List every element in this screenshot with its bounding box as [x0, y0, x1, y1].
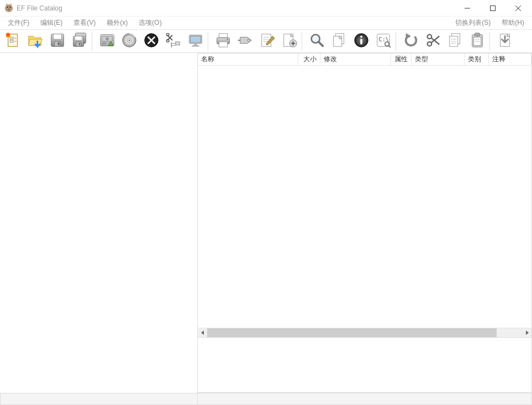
- svg-point-1: [7, 6, 8, 7]
- column-name[interactable]: 名称: [198, 54, 298, 65]
- scroll-thumb[interactable]: [207, 328, 497, 337]
- drive-icon: [99, 32, 115, 50]
- svg-point-48: [247, 39, 250, 41]
- menu-help[interactable]: 帮助(H): [496, 17, 530, 29]
- status-right: [198, 393, 532, 405]
- horizontal-scrollbar[interactable]: [198, 328, 531, 337]
- new-catalog-button[interactable]: [2, 31, 24, 51]
- scissors-button[interactable]: [422, 31, 444, 51]
- svg-rect-43: [192, 45, 199, 46]
- svg-point-3: [8, 9, 10, 10]
- edit-icon: [259, 32, 276, 50]
- svg-rect-39: [176, 42, 180, 45]
- export-button[interactable]: [494, 31, 516, 51]
- minimize-button[interactable]: [455, 0, 480, 17]
- svg-rect-17: [54, 41, 60, 46]
- disc-button[interactable]: [118, 31, 140, 51]
- save-all-button[interactable]: [69, 31, 91, 51]
- open-folder-button[interactable]: [24, 31, 46, 51]
- svg-line-69: [388, 45, 391, 47]
- cut-tree-icon: [165, 32, 182, 50]
- tag-icon: [237, 32, 254, 50]
- info-icon: [353, 32, 370, 50]
- svg-rect-41: [191, 36, 201, 42]
- edit-button[interactable]: [256, 31, 278, 51]
- monitor-button[interactable]: [185, 31, 207, 51]
- menu-options[interactable]: 选项(O): [133, 17, 167, 29]
- svg-point-47: [227, 39, 228, 40]
- svg-line-60: [319, 42, 323, 46]
- toolbar-separator: [92, 32, 95, 51]
- close-catalog-icon: [143, 32, 160, 50]
- toolbar: C:\: [0, 30, 532, 53]
- paste-button[interactable]: [466, 31, 488, 51]
- svg-rect-5: [491, 6, 496, 10]
- drive-button[interactable]: [96, 31, 118, 51]
- svg-point-64: [360, 36, 362, 38]
- print-icon: [215, 32, 231, 50]
- info-button[interactable]: [350, 31, 372, 51]
- file-list[interactable]: [198, 66, 531, 328]
- toolbar-separator: [396, 32, 399, 51]
- detail-pane[interactable]: [198, 338, 532, 393]
- menu-extra[interactable]: 额外(x): [101, 17, 133, 29]
- svg-point-2: [9, 6, 10, 7]
- svg-point-30: [129, 40, 130, 41]
- duplicate-icon: [331, 32, 347, 50]
- undo-button[interactable]: [400, 31, 422, 51]
- scroll-right-arrow[interactable]: [522, 328, 531, 337]
- scissors-icon: [425, 32, 441, 50]
- close-catalog-button[interactable]: [140, 31, 162, 51]
- menu-edit[interactable]: 编辑(E): [35, 17, 68, 29]
- copy-button[interactable]: [444, 31, 466, 51]
- svg-rect-22: [76, 42, 81, 46]
- maximize-button[interactable]: [480, 0, 505, 17]
- svg-point-35: [166, 40, 169, 42]
- copy-icon: [447, 32, 463, 50]
- app-icon: [4, 4, 13, 13]
- explorer-button[interactable]: C:\: [372, 31, 394, 51]
- scroll-track[interactable]: [207, 328, 522, 337]
- tree-pane[interactable]: [0, 53, 198, 393]
- monitor-icon: [187, 32, 204, 50]
- explorer-icon: C:\: [375, 32, 392, 50]
- export-icon: [497, 32, 513, 50]
- cut-tree-button[interactable]: [162, 31, 185, 51]
- save-button[interactable]: [46, 31, 69, 51]
- menu-file[interactable]: 文件(F): [2, 17, 35, 29]
- print-button[interactable]: [212, 31, 234, 51]
- svg-rect-65: [360, 39, 362, 44]
- column-category[interactable]: 类别: [465, 54, 489, 65]
- tag-button[interactable]: [234, 31, 256, 51]
- svg-rect-18: [58, 42, 60, 46]
- svg-point-34: [166, 33, 169, 36]
- menu-switch-list[interactable]: 切换列表(S): [450, 17, 496, 29]
- duplicate-button[interactable]: [328, 31, 350, 51]
- close-window-button[interactable]: [505, 0, 531, 17]
- svg-rect-81: [475, 33, 480, 36]
- undo-icon: [403, 32, 419, 50]
- toolbar-separator: [489, 32, 493, 51]
- add-file-button[interactable]: [278, 31, 301, 51]
- column-size[interactable]: 大小: [298, 54, 320, 65]
- column-type[interactable]: 类型: [412, 54, 465, 65]
- toolbar-separator: [302, 32, 305, 51]
- svg-rect-23: [79, 43, 80, 46]
- column-modified[interactable]: 修改: [320, 54, 391, 65]
- statusbar: [0, 393, 532, 405]
- search-button[interactable]: [306, 31, 328, 51]
- menu-view[interactable]: 查看(V): [68, 17, 101, 29]
- svg-point-0: [5, 4, 13, 12]
- add-file-icon: [281, 32, 298, 50]
- save-all-icon: [71, 32, 88, 50]
- list-pane: 名称 大小 修改 属性 类型 类别 注释: [198, 53, 532, 338]
- column-attributes[interactable]: 属性: [391, 54, 412, 65]
- svg-point-59: [313, 36, 319, 42]
- column-notes[interactable]: 注释: [489, 54, 531, 65]
- svg-marker-70: [406, 33, 411, 39]
- window-title: EF File Catalog: [17, 4, 62, 12]
- scroll-left-arrow[interactable]: [198, 328, 207, 337]
- svg-rect-44: [219, 34, 228, 38]
- svg-rect-21: [75, 36, 82, 41]
- titlebar: EF File Catalog: [0, 0, 532, 17]
